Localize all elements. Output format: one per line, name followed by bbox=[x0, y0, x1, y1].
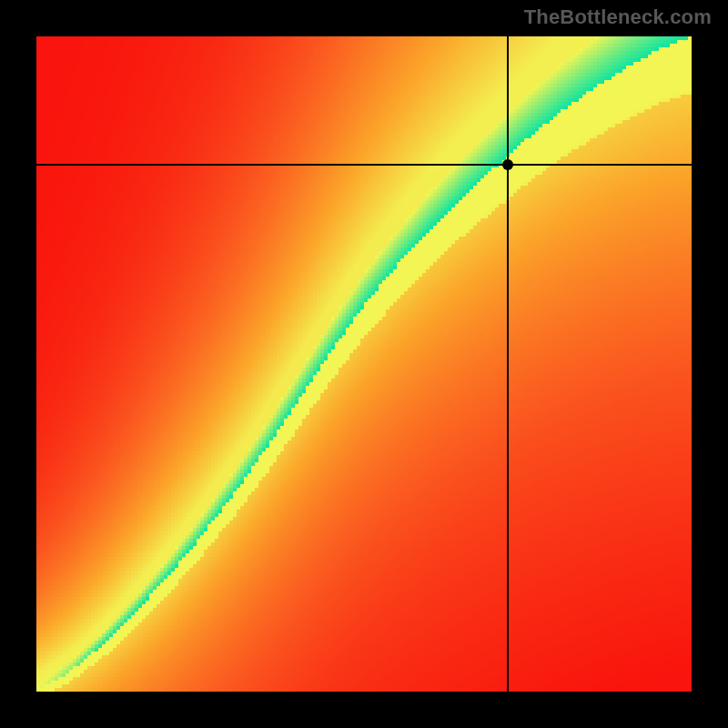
watermark-text: TheBottleneck.com bbox=[524, 5, 712, 29]
heatmap-canvas bbox=[36, 36, 692, 692]
heatmap-plot bbox=[36, 36, 692, 692]
figure-stage: TheBottleneck.com bbox=[0, 0, 728, 728]
